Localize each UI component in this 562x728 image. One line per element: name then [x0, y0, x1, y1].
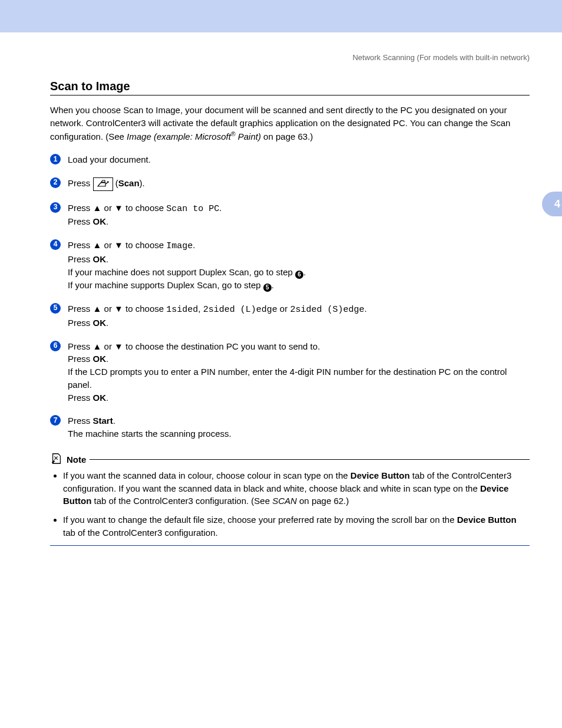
n2-b: tab of the ControlCenter3 configuration.	[63, 528, 218, 538]
step-3-d: .	[219, 203, 222, 213]
note-icon	[50, 452, 63, 467]
step-3-c: to choose	[123, 203, 166, 213]
step-5-comma1: ,	[198, 304, 203, 314]
step-7-a: Press	[68, 416, 93, 426]
step-4-a: Press	[68, 240, 93, 250]
step-2-scan: Scan	[118, 178, 140, 188]
step-ref-6[interactable]: 6	[295, 271, 303, 279]
title-rule	[50, 95, 530, 95]
down-icon: ▼	[114, 341, 123, 351]
step-4-ok: OK	[93, 254, 107, 264]
up-icon: ▲	[93, 240, 102, 250]
step-6-e: Press	[68, 354, 93, 364]
note-rule	[90, 459, 530, 460]
step-5-c: to choose	[123, 304, 166, 314]
step-6-f: .	[106, 354, 108, 364]
down-icon: ▼	[114, 240, 123, 250]
step-3-f: .	[106, 216, 108, 226]
up-icon: ▲	[93, 304, 102, 314]
step-6-i: .	[106, 393, 108, 403]
step-6: Press ▲ or ▼ to choose the destination P…	[50, 340, 530, 404]
step-4-j: .	[272, 280, 274, 290]
breadcrumb: Network Scanning (For models with built-…	[50, 53, 530, 62]
step-3-b: or	[101, 203, 114, 213]
step-5-or: or	[277, 304, 290, 314]
step-5-e: Press	[68, 318, 93, 328]
intro-paragraph: When you choose Scan to Image, your docu…	[50, 104, 530, 143]
step-2-paren-close: ).	[140, 178, 145, 188]
n1-c: tab of the ControlCenter3 configuration.…	[91, 496, 272, 506]
step-7-c: The machine starts the scanning process.	[68, 429, 232, 439]
n1-d: on page 62.)	[297, 496, 349, 506]
step-6-ok: OK	[93, 354, 107, 364]
step-5-c2: 2sided (L)edge	[203, 305, 277, 315]
down-icon: ▼	[114, 203, 123, 213]
intro-link-after[interactable]: Paint)	[236, 131, 261, 141]
step-4-code: Image	[166, 241, 193, 251]
down-icon: ▼	[114, 304, 123, 314]
header-bar	[0, 0, 562, 32]
step-5-c1: 1sided	[166, 305, 198, 315]
note-list: If you want the scanned data in colour, …	[50, 469, 530, 539]
step-6-c: to choose the destination PC you want to…	[123, 341, 320, 351]
intro-link[interactable]: Image (example: Microsoft	[127, 131, 231, 141]
step-3: Press ▲ or ▼ to choose Scan to PC. Press…	[50, 202, 530, 229]
chapter-tab: 4	[542, 192, 562, 216]
up-icon: ▲	[93, 203, 102, 213]
step-1: Load your document.	[50, 153, 530, 166]
step-4-h: .	[303, 267, 306, 277]
note-item-2: If you want to change the default file s…	[63, 513, 530, 539]
note-bottom-rule	[50, 545, 530, 546]
step-6-g: If the LCD prompts you to enter a PIN nu…	[68, 367, 507, 390]
step-4-e: Press	[68, 254, 93, 264]
step-1-text: Load your document.	[68, 154, 151, 164]
n1-a: If you want the scanned data in colour, …	[63, 470, 351, 480]
step-4-b: or	[101, 240, 114, 250]
step-7-start: Start	[93, 416, 113, 426]
step-6-b: or	[101, 341, 114, 351]
note-item-1: If you want the scanned data in colour, …	[63, 469, 530, 508]
n2-db: Device Button	[457, 515, 517, 525]
step-4-i: If your machine supports Duplex Scan, go…	[68, 280, 263, 290]
note-block: Note If you want the scanned data in col…	[50, 452, 530, 546]
step-5-ok: OK	[93, 318, 107, 328]
step-7-b: .	[113, 416, 115, 426]
section-title: Scan to Image	[50, 80, 530, 93]
step-ref-5[interactable]: 5	[263, 284, 272, 292]
step-6-a: Press	[68, 341, 93, 351]
step-4-g: If your machine does not support Duplex …	[68, 267, 295, 277]
step-7: Press Start. The machine starts the scan…	[50, 414, 530, 440]
step-5-b: or	[101, 304, 114, 314]
step-5: Press ▲ or ▼ to choose 1sided, 2sided (L…	[50, 302, 530, 330]
step-6-h: Press	[68, 393, 93, 403]
registered-mark: ®	[231, 130, 236, 137]
n1-db: Device Button	[351, 470, 410, 480]
step-4-c: to choose	[123, 240, 166, 250]
intro-text-2: on page 63.)	[261, 131, 313, 141]
scan-icon	[93, 177, 113, 191]
step-5-c3: 2sided (S)edge	[290, 305, 364, 315]
step-2: Press (Scan).	[50, 177, 530, 191]
step-4-d: .	[193, 240, 195, 250]
step-6-ok2: OK	[93, 393, 107, 403]
step-3-ok: OK	[93, 216, 107, 226]
n2-a: If you want to change the default file s…	[63, 515, 457, 525]
step-5-dot: .	[364, 304, 366, 314]
step-3-code: Scan to PC	[166, 204, 219, 214]
n1-scan-link[interactable]: SCAN	[272, 496, 297, 506]
step-3-a: Press	[68, 203, 93, 213]
steps-list: Load your document. Press (Scan). Press …	[50, 153, 530, 440]
step-4-f: .	[106, 254, 108, 264]
step-3-e: Press	[68, 216, 93, 226]
step-2-press: Press	[68, 178, 93, 188]
note-label: Note	[67, 454, 86, 465]
step-5-a: Press	[68, 304, 93, 314]
up-icon: ▲	[93, 341, 102, 351]
step-4: Press ▲ or ▼ to choose Image. Press OK. …	[50, 239, 530, 292]
step-5-f: .	[106, 318, 108, 328]
